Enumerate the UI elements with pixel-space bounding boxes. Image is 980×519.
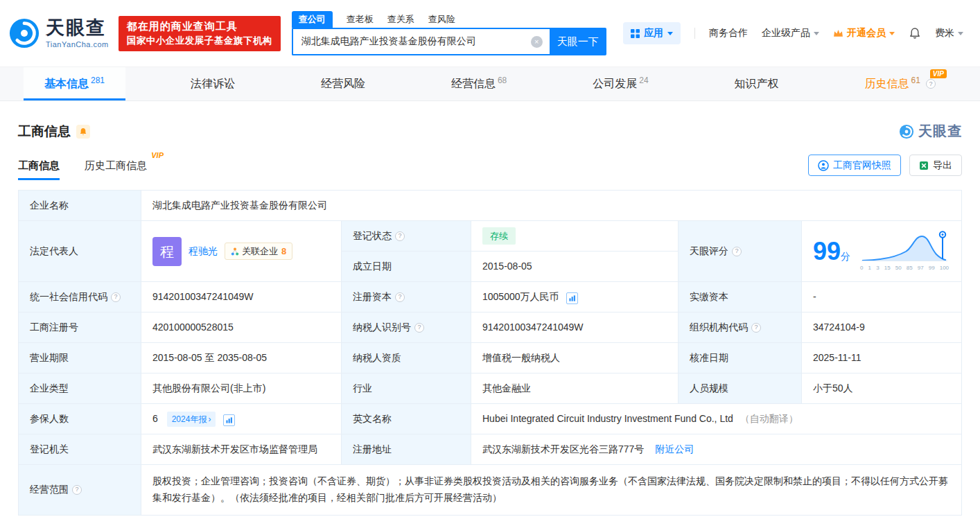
tab-company-development[interactable]: 公司发展 24 <box>572 67 669 100</box>
subtab-history-business-info[interactable]: VIP 历史工商信息 <box>85 159 147 180</box>
top-nav: 应用 商务合作 企业级产品 开通会员 费米 <box>623 22 963 44</box>
table-row: 企业名称 湖北集成电路产业投资基金股份有限公司 <box>19 191 962 221</box>
approval-date-label: 核准日期 <box>679 343 802 373</box>
subtab-business-info[interactable]: 工商信息 <box>18 159 60 180</box>
capital-chart-icon[interactable] <box>566 292 578 304</box>
brand-name: 天眼查 <box>46 18 109 39</box>
promo-line-2: 国家中小企业发展子基金旗下机构 <box>127 35 272 47</box>
business-scope-label: 经营范围 ? <box>19 465 141 516</box>
nav-business-cooperation[interactable]: 商务合作 <box>709 27 748 39</box>
insured-count-cell: 6 2024年报 › <box>141 404 342 434</box>
score-value: 99 <box>813 237 841 265</box>
business-term-value: 2015-08-05 至 2035-08-05 <box>141 343 342 373</box>
clear-search-icon[interactable]: × <box>531 36 543 48</box>
help-icon[interactable]: ? <box>414 323 424 333</box>
help-icon[interactable]: ? <box>111 292 121 302</box>
notification-bell-icon[interactable] <box>909 27 921 39</box>
tab-basic-info[interactable]: 基本信息 281 <box>24 67 125 100</box>
legal-rep-avatar[interactable]: 程 <box>152 237 182 266</box>
help-icon[interactable]: ? <box>395 292 405 302</box>
apps-menu-label: 应用 <box>644 27 663 39</box>
tab-history-info[interactable]: VIP 历史信息 61 ? <box>844 67 956 100</box>
tianyancha-logo[interactable]: 天眼查 TianYanCha.com <box>8 17 109 49</box>
vip-badge: VIP <box>930 69 947 78</box>
score-curve-chart: 0131550859799100 <box>860 230 949 272</box>
table-row: 统一社会信用代码 ? 91420100347241049W 注册资本 ? 100… <box>19 282 962 313</box>
score-label: 天眼评分 ? <box>679 221 802 282</box>
tab-label: 基本信息 <box>44 77 89 91</box>
bar-chart-icon <box>568 294 576 302</box>
tab-label: 知识产权 <box>735 77 779 91</box>
help-icon[interactable]: ? <box>751 323 761 333</box>
section-title: 工商信息 <box>18 123 71 141</box>
excel-icon <box>919 161 929 170</box>
snapshot-label: 工商官网快照 <box>833 159 891 172</box>
taxpayer-quality-value: 增值税一般纳税人 <box>471 343 679 373</box>
search-tab-risk[interactable]: 查风险 <box>428 13 455 28</box>
search-button[interactable]: 天眼一下 <box>550 28 606 55</box>
nav-open-membership[interactable]: 开通会员 <box>833 27 895 39</box>
business-term-label: 营业期限 <box>19 343 141 373</box>
approval-date-value: 2025-11-11 <box>802 343 962 373</box>
company-name-value: 湖北集成电路产业投资基金股份有限公司 <box>141 191 962 221</box>
company-name-label: 企业名称 <box>19 191 141 221</box>
person-circle-icon <box>818 160 829 171</box>
taxpayer-id-value: 91420100347241049W <box>471 313 679 343</box>
tab-operating-risk[interactable]: 经营风险 <box>300 67 386 100</box>
sub-tabs: 工商信息 VIP 历史工商信息 <box>18 159 147 180</box>
chevron-right-icon: › <box>208 413 211 425</box>
search-tabs: 查公司 查老板 查关系 查风险 <box>292 11 606 28</box>
subscribe-bell-icon[interactable] <box>76 125 90 139</box>
apps-menu-button[interactable]: 应用 <box>623 22 681 44</box>
score-unit: 分 <box>841 251 850 262</box>
help-icon[interactable]: ? <box>732 247 742 256</box>
tab-count: 61 <box>911 76 920 85</box>
search-input[interactable] <box>293 36 550 47</box>
tab-label: 经营信息 <box>451 77 496 91</box>
reg-capital-value: 1005000万人民币 <box>482 291 559 302</box>
industry-value: 其他金融业 <box>471 373 679 404</box>
help-icon[interactable]: ? <box>926 79 936 89</box>
help-icon[interactable]: ? <box>395 231 405 241</box>
nav-enterprise-products[interactable]: 企业级产品 <box>762 27 819 39</box>
nearby-companies-link[interactable]: 附近公司 <box>655 443 694 455</box>
tab-legal-proceedings[interactable]: 法律诉讼 <box>170 67 256 100</box>
export-label: 导出 <box>933 159 952 172</box>
tab-label: 公司发展 <box>593 77 637 91</box>
related-companies-badge[interactable]: 关联企业 8 <box>225 243 292 261</box>
legal-rep-name-link[interactable]: 程驰光 <box>189 244 218 258</box>
reg-authority-label: 登记机关 <box>19 434 141 465</box>
subtab-label: 工商信息 <box>18 159 60 171</box>
company-type-value: 其他股份有限公司(非上市) <box>141 373 342 404</box>
chevron-down-icon <box>814 32 819 35</box>
credit-code-value: 91420100347241049W <box>141 282 342 313</box>
tab-intellectual-property[interactable]: 知识产权 <box>714 67 800 100</box>
reg-address-label: 注册地址 <box>342 434 471 465</box>
subtab-label: 历史工商信息 <box>85 159 147 171</box>
chevron-down-icon <box>667 32 673 35</box>
search-tab-boss[interactable]: 查老板 <box>347 13 374 28</box>
insured-chart-icon[interactable] <box>223 414 235 426</box>
annual-report-badge[interactable]: 2024年报 › <box>167 412 216 427</box>
staff-size-label: 人员规模 <box>679 373 802 404</box>
industry-label: 行业 <box>342 373 471 404</box>
tab-operating-info[interactable]: 经营信息 68 <box>430 67 527 100</box>
paid-capital-label: 实缴资本 <box>679 282 802 313</box>
user-name: 费米 <box>935 27 954 39</box>
search-tab-company[interactable]: 查公司 <box>292 11 333 28</box>
score-axis: 0131550859799100 <box>860 264 949 272</box>
related-label: 关联企业 <box>242 245 278 258</box>
table-row: 经营范围 ? 股权投资；企业管理咨询；投资咨询（不含证券、期货）；从事非证券类股… <box>19 465 962 516</box>
bar-chart-icon <box>225 416 233 424</box>
search-tab-relation[interactable]: 查关系 <box>387 13 414 28</box>
table-row: 登记机关 武汉东湖新技术开发区市场监督管理局 注册地址 武汉东湖新技术开发区光谷… <box>19 434 962 465</box>
tianyancha-watermark: 天眼查 <box>899 122 962 141</box>
official-snapshot-button[interactable]: 工商官网快照 <box>808 155 901 176</box>
org-code-label: 组织机构代码 ? <box>679 313 802 343</box>
status-badge: 存续 <box>482 227 516 245</box>
nav-user-menu[interactable]: 费米 <box>935 27 963 39</box>
bell-curve-icon <box>860 230 949 263</box>
help-icon[interactable]: ? <box>72 485 82 495</box>
grid-icon <box>631 29 640 38</box>
export-button[interactable]: 导出 <box>909 155 962 176</box>
